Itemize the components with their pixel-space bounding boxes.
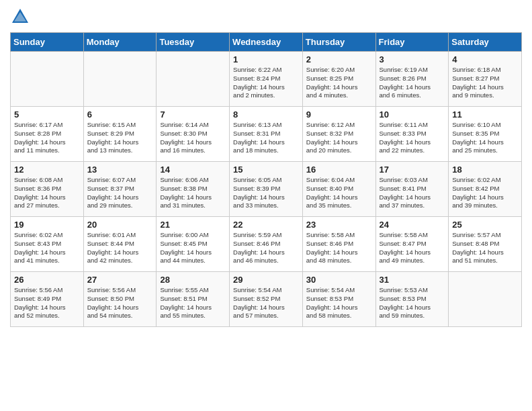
calendar-cell: 8Sunrise: 6:13 AMSunset: 8:31 PMDaylight… [230, 107, 303, 162]
day-number: 13 [87, 165, 153, 175]
calendar-cell: 4Sunrise: 6:18 AMSunset: 8:27 PMDaylight… [449, 52, 522, 107]
day-info: Sunrise: 6:20 AMSunset: 8:25 PMDaylight:… [306, 66, 372, 100]
day-number: 9 [306, 109, 372, 120]
day-info: Sunrise: 6:18 AMSunset: 8:27 PMDaylight:… [452, 66, 518, 100]
calendar-cell: 1Sunrise: 6:22 AMSunset: 8:24 PMDaylight… [230, 52, 303, 107]
calendar-week-1: 1Sunrise: 6:22 AMSunset: 8:24 PMDaylight… [11, 52, 522, 107]
day-info: Sunrise: 6:19 AMSunset: 8:26 PMDaylight:… [380, 66, 445, 100]
day-number: 28 [160, 275, 226, 285]
day-info: Sunrise: 6:02 AMSunset: 8:42 PMDaylight:… [452, 176, 518, 210]
day-info: Sunrise: 5:56 AMSunset: 8:49 PMDaylight:… [14, 286, 80, 320]
calendar-cell: 21Sunrise: 6:00 AMSunset: 8:45 PMDayligh… [157, 217, 230, 272]
day-info: Sunrise: 5:54 AMSunset: 8:53 PMDaylight:… [306, 286, 372, 320]
day-number: 8 [233, 109, 299, 120]
day-info: Sunrise: 6:02 AMSunset: 8:43 PMDaylight:… [14, 231, 80, 265]
calendar-cell [157, 52, 230, 107]
header-sunday: Sunday [11, 33, 84, 52]
day-number: 2 [306, 54, 372, 64]
day-info: Sunrise: 6:22 AMSunset: 8:24 PMDaylight:… [233, 66, 299, 100]
calendar-cell [449, 272, 522, 327]
calendar-week-5: 26Sunrise: 5:56 AMSunset: 8:49 PMDayligh… [11, 272, 522, 327]
calendar-cell: 6Sunrise: 6:15 AMSunset: 8:29 PMDaylight… [83, 107, 157, 162]
day-number: 5 [14, 109, 80, 120]
day-number: 22 [233, 220, 299, 230]
day-info: Sunrise: 5:58 AMSunset: 8:47 PMDaylight:… [380, 231, 445, 265]
day-info: Sunrise: 6:07 AMSunset: 8:37 PMDaylight:… [87, 176, 153, 210]
calendar-cell: 11Sunrise: 6:10 AMSunset: 8:35 PMDayligh… [449, 107, 522, 162]
calendar-cell: 24Sunrise: 5:58 AMSunset: 8:47 PMDayligh… [375, 217, 449, 272]
day-info: Sunrise: 5:58 AMSunset: 8:46 PMDaylight:… [306, 231, 372, 265]
day-info: Sunrise: 5:55 AMSunset: 8:51 PMDaylight:… [160, 286, 226, 320]
calendar-cell: 5Sunrise: 6:17 AMSunset: 8:28 PMDaylight… [11, 107, 84, 162]
day-info: Sunrise: 5:54 AMSunset: 8:52 PMDaylight:… [233, 286, 299, 320]
day-info: Sunrise: 6:06 AMSunset: 8:38 PMDaylight:… [160, 176, 226, 210]
day-number: 20 [87, 220, 153, 230]
day-number: 23 [306, 220, 372, 230]
day-number: 3 [380, 54, 445, 64]
calendar-cell: 30Sunrise: 5:54 AMSunset: 8:53 PMDayligh… [302, 272, 375, 327]
calendar-cell: 26Sunrise: 5:56 AMSunset: 8:49 PMDayligh… [11, 272, 84, 327]
calendar-header-row: SundayMondayTuesdayWednesdayThursdayFrid… [11, 33, 522, 52]
day-info: Sunrise: 6:00 AMSunset: 8:45 PMDaylight:… [160, 231, 226, 265]
calendar-cell: 10Sunrise: 6:11 AMSunset: 8:33 PMDayligh… [375, 107, 449, 162]
day-info: Sunrise: 6:13 AMSunset: 8:31 PMDaylight:… [233, 121, 299, 155]
day-info: Sunrise: 5:59 AMSunset: 8:46 PMDaylight:… [233, 231, 299, 265]
day-number: 31 [380, 275, 445, 285]
calendar-cell: 13Sunrise: 6:07 AMSunset: 8:37 PMDayligh… [83, 162, 157, 217]
calendar-cell: 17Sunrise: 6:03 AMSunset: 8:41 PMDayligh… [375, 162, 449, 217]
calendar-cell: 29Sunrise: 5:54 AMSunset: 8:52 PMDayligh… [230, 272, 303, 327]
calendar-table: SundayMondayTuesdayWednesdayThursdayFrid… [10, 32, 522, 327]
day-number: 7 [160, 109, 226, 120]
day-info: Sunrise: 6:14 AMSunset: 8:30 PMDaylight:… [160, 121, 226, 155]
day-info: Sunrise: 6:12 AMSunset: 8:32 PMDaylight:… [306, 121, 372, 155]
day-info: Sunrise: 6:01 AMSunset: 8:44 PMDaylight:… [87, 231, 153, 265]
day-number: 17 [380, 165, 445, 175]
header [10, 7, 522, 27]
calendar-cell [83, 52, 157, 107]
day-number: 14 [160, 165, 226, 175]
header-saturday: Saturday [449, 33, 522, 52]
day-info: Sunrise: 6:11 AMSunset: 8:33 PMDaylight:… [380, 121, 445, 155]
day-info: Sunrise: 6:10 AMSunset: 8:35 PMDaylight:… [452, 121, 518, 155]
day-info: Sunrise: 6:05 AMSunset: 8:39 PMDaylight:… [233, 176, 299, 210]
header-tuesday: Tuesday [157, 33, 230, 52]
calendar-cell: 3Sunrise: 6:19 AMSunset: 8:26 PMDaylight… [375, 52, 449, 107]
calendar-cell: 9Sunrise: 6:12 AMSunset: 8:32 PMDaylight… [302, 107, 375, 162]
day-number: 12 [14, 165, 80, 175]
calendar-cell: 22Sunrise: 5:59 AMSunset: 8:46 PMDayligh… [230, 217, 303, 272]
day-number: 6 [87, 109, 153, 120]
calendar-cell: 16Sunrise: 6:04 AMSunset: 8:40 PMDayligh… [302, 162, 375, 217]
day-info: Sunrise: 6:08 AMSunset: 8:36 PMDaylight:… [14, 176, 80, 210]
calendar-cell: 12Sunrise: 6:08 AMSunset: 8:36 PMDayligh… [11, 162, 84, 217]
calendar-cell: 20Sunrise: 6:01 AMSunset: 8:44 PMDayligh… [83, 217, 157, 272]
day-number: 11 [452, 109, 518, 120]
calendar-cell: 28Sunrise: 5:55 AMSunset: 8:51 PMDayligh… [157, 272, 230, 327]
header-monday: Monday [83, 33, 157, 52]
logo [10, 7, 32, 27]
day-info: Sunrise: 5:57 AMSunset: 8:48 PMDaylight:… [452, 231, 518, 265]
calendar-cell: 2Sunrise: 6:20 AMSunset: 8:25 PMDaylight… [302, 52, 375, 107]
day-info: Sunrise: 6:15 AMSunset: 8:29 PMDaylight:… [87, 121, 153, 155]
logo-icon [10, 7, 30, 27]
day-info: Sunrise: 6:03 AMSunset: 8:41 PMDaylight:… [380, 176, 445, 210]
day-info: Sunrise: 6:04 AMSunset: 8:40 PMDaylight:… [306, 176, 372, 210]
day-number: 27 [87, 275, 153, 285]
day-info: Sunrise: 5:56 AMSunset: 8:50 PMDaylight:… [87, 286, 153, 320]
header-thursday: Thursday [302, 33, 375, 52]
header-friday: Friday [375, 33, 449, 52]
day-number: 25 [452, 220, 518, 230]
day-number: 19 [14, 220, 80, 230]
calendar-cell: 14Sunrise: 6:06 AMSunset: 8:38 PMDayligh… [157, 162, 230, 217]
calendar-cell: 19Sunrise: 6:02 AMSunset: 8:43 PMDayligh… [11, 217, 84, 272]
day-number: 21 [160, 220, 226, 230]
header-wednesday: Wednesday [230, 33, 303, 52]
day-number: 15 [233, 165, 299, 175]
calendar-week-4: 19Sunrise: 6:02 AMSunset: 8:43 PMDayligh… [11, 217, 522, 272]
calendar-cell: 27Sunrise: 5:56 AMSunset: 8:50 PMDayligh… [83, 272, 157, 327]
calendar-cell: 25Sunrise: 5:57 AMSunset: 8:48 PMDayligh… [449, 217, 522, 272]
calendar-cell [11, 52, 84, 107]
day-info: Sunrise: 5:53 AMSunset: 8:53 PMDaylight:… [380, 286, 445, 320]
calendar-cell: 31Sunrise: 5:53 AMSunset: 8:53 PMDayligh… [375, 272, 449, 327]
calendar-cell: 15Sunrise: 6:05 AMSunset: 8:39 PMDayligh… [230, 162, 303, 217]
calendar-week-2: 5Sunrise: 6:17 AMSunset: 8:28 PMDaylight… [11, 107, 522, 162]
